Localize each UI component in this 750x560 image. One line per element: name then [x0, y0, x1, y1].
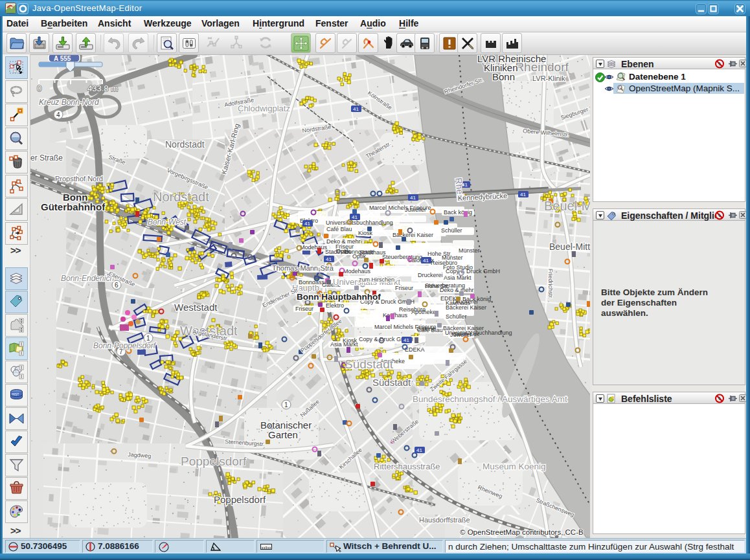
svg-text:433.8 m: 433.8 m [87, 84, 118, 93]
svg-text:Güterbahnhof: Güterbahnhof [41, 201, 106, 212]
svg-text:41: 41 [326, 256, 332, 262]
svg-text:Hausdorffstraße: Hausdorffstraße [419, 516, 470, 524]
svg-text:Deko & mehr: Deko & mehr [326, 238, 361, 245]
svg-text:41: 41 [352, 214, 358, 220]
svg-text:Bonn Hauptbahnhof: Bonn Hauptbahnhof [297, 292, 381, 302]
svg-text:Bonn-Endenich: Bonn-Endenich [61, 274, 114, 283]
svg-text:Druckerei: Druckerei [418, 272, 443, 278]
svg-text:HIST: HIST [12, 392, 19, 396]
svg-text:Bonn-West: Bonn-West [148, 218, 187, 227]
svg-text:Weststadt: Weststadt [174, 302, 218, 313]
svg-text:© OpenStreetMap contributors,: © OpenStreetMap contributors, CC-B [460, 528, 584, 536]
svg-text:zum Hirschen: zum Hirschen [359, 276, 394, 283]
svg-text:Friedrichstr.: Friedrichstr. [547, 269, 554, 299]
svg-text:Back könig: Back könig [444, 209, 472, 216]
svg-text:Schüller: Schüller [446, 313, 467, 320]
svg-text:Beuel-Mitt: Beuel-Mitt [549, 241, 590, 252]
svg-text:Modehaus: Modehaus [343, 268, 371, 274]
svg-text:Friseur: Friseur [295, 306, 313, 312]
svg-text:Reisebüro: Reisebüro [431, 260, 457, 266]
svg-text:41: 41 [304, 221, 310, 227]
svg-text:Südstadt: Südstadt [345, 357, 394, 371]
svg-text:6: 6 [115, 282, 119, 289]
svg-text:Salon Lux: Salon Lux [453, 331, 480, 337]
svg-text:Garten: Garten [268, 429, 298, 440]
svg-text:Nordstadt: Nordstadt [165, 139, 205, 150]
svg-text:Modehaus: Modehaus [300, 244, 328, 251]
svg-text:Münster: Münster [459, 247, 480, 254]
svg-text:Museum Koenig: Museum Koenig [483, 462, 546, 471]
svg-text:Copy & Druck GmbH: Copy & Druck GmbH [446, 268, 500, 274]
svg-text:EDEKA: EDEKA [405, 346, 425, 353]
svg-text:Poppelsdorf: Poppelsdorf [214, 494, 266, 505]
svg-text:Propsthof Nord: Propsthof Nord [55, 175, 103, 183]
svg-text:Kreuz Bonn-Nord: Kreuz Bonn-Nord [39, 98, 99, 107]
svg-text:41: 41 [520, 192, 526, 197]
svg-text:Bonngasse: Bonngasse [345, 249, 374, 255]
svg-text:Elektro: Elektro [326, 302, 344, 309]
svg-text:Juwelier: Juwelier [405, 207, 426, 213]
svg-text:41: 41 [423, 258, 429, 263]
svg-text:Nordstadt: Nordstadt [153, 190, 209, 204]
svg-text:Deko & mehr: Deko & mehr [440, 287, 474, 293]
svg-text:LVR-Klinik: LVR-Klinik [532, 74, 565, 82]
svg-text:41: 41 [410, 195, 416, 201]
svg-text:Rittershausstraße: Rittershausstraße [374, 462, 440, 471]
svg-text:Universitätsbuchhandlung: Universitätsbuchhandlung [326, 219, 393, 226]
svg-text:Asia Markt: Asia Markt [330, 341, 358, 348]
svg-text:Beuel-Mi: Beuel-Mi [544, 199, 590, 213]
svg-text:Café Blau: Café Blau [326, 226, 352, 232]
svg-text:Südstadt: Südstadt [372, 377, 411, 388]
svg-text:A 555: A 555 [54, 55, 71, 62]
svg-text:41: 41 [403, 337, 409, 343]
svg-text:Reisebüro: Reisebüro [399, 306, 426, 313]
svg-text:0: 0 [37, 84, 41, 93]
svg-text:Poppelsdorf: Poppelsdorf [181, 454, 247, 468]
svg-text:41: 41 [416, 447, 422, 453]
svg-text:41: 41 [353, 106, 359, 112]
svg-text:Bonn: Bonn [492, 71, 515, 82]
svg-text:Asia Markt: Asia Markt [444, 274, 472, 281]
svg-text:Bäckerei Kaiser: Bäckerei Kaiser [446, 304, 486, 311]
svg-text:Thomas-Mann-Stra: Thomas-Mann-Stra [272, 264, 334, 272]
svg-text:Bundesrechnungshof / Auswärtig: Bundesrechnungshof / Auswärtiges Amt [413, 394, 567, 404]
svg-text:er Straße: er Straße [30, 153, 63, 162]
svg-text:Bonn-Poppelsdorf: Bonn-Poppelsdorf [93, 341, 157, 350]
svg-text:Café Blau: Café Blau [417, 327, 443, 333]
svg-text:Schüller: Schüller [441, 227, 462, 234]
svg-text:1: 1 [284, 401, 288, 409]
svg-text:Chlodwigplatz: Chlodwigplatz [238, 104, 290, 113]
svg-text:4: 4 [56, 111, 60, 118]
